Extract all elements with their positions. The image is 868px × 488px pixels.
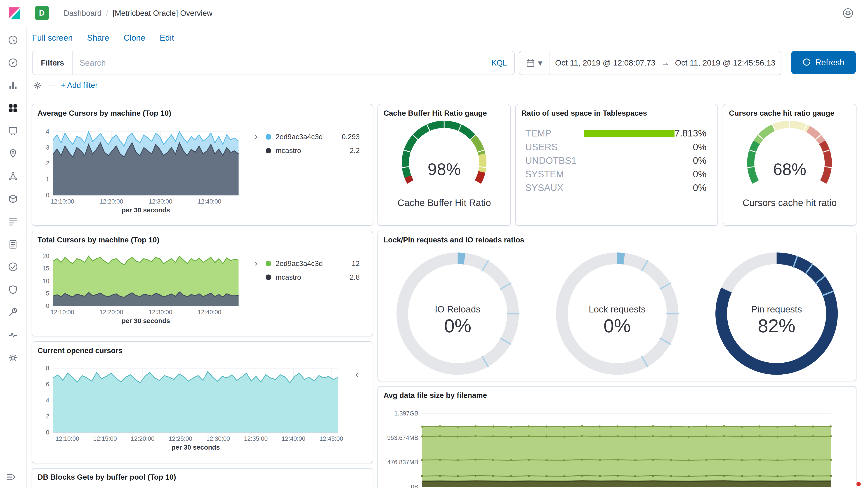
svg-text:12:35:00: 12:35:00 bbox=[244, 435, 268, 442]
panel-title[interactable]: Avg data file size by filename bbox=[378, 387, 856, 404]
gauge-label: Cache Buffer Hit Ratio bbox=[378, 197, 510, 208]
pin-requests-gauge[interactable]: Pin requests 82% bbox=[697, 246, 856, 382]
tablespace-name: UNDOTBS1 bbox=[525, 155, 586, 166]
svg-text:12:15:00: 12:15:00 bbox=[93, 435, 117, 442]
dev-tools-icon[interactable] bbox=[7, 307, 19, 318]
maps-icon[interactable] bbox=[7, 148, 19, 159]
panel-title[interactable]: Average Cursors by machine (Top 10) bbox=[32, 104, 373, 122]
tablespace-name: SYSTEM bbox=[525, 169, 586, 180]
recently-viewed-icon[interactable] bbox=[7, 35, 19, 45]
svg-text:8: 8 bbox=[46, 365, 49, 372]
logs-icon[interactable] bbox=[7, 216, 19, 227]
page-title: [Metricbeat Oracle] Overview bbox=[113, 9, 213, 18]
date-to[interactable]: Oct 11, 2019 @ 12:45:56.13 bbox=[669, 58, 781, 68]
svg-text:per 30 seconds: per 30 seconds bbox=[122, 317, 170, 324]
apm-icon[interactable] bbox=[7, 239, 19, 250]
edit-link[interactable]: Edit bbox=[160, 33, 174, 43]
tablespace-list: TEMP 7.813% USERS 0% UNDOTBS1 0% SYSTEM … bbox=[516, 127, 717, 195]
breadcrumb: Dashboard / [Metricbeat Oracle] Overview bbox=[64, 0, 213, 27]
series-name: 2ed9ac3a4c3d bbox=[276, 259, 347, 268]
svg-text:12:40:00: 12:40:00 bbox=[197, 309, 221, 316]
panel-title[interactable]: Total Cursors by machine (Top 10) bbox=[32, 231, 373, 249]
svg-text:12:40:00: 12:40:00 bbox=[281, 435, 305, 442]
legend-expand-icon[interactable]: ‹ bbox=[355, 369, 358, 379]
tablespace-value: 0% bbox=[693, 182, 706, 193]
gauge-value: 68% bbox=[723, 160, 856, 179]
svg-text:12:20:00: 12:20:00 bbox=[131, 435, 154, 442]
dashboard-icon[interactable] bbox=[7, 103, 19, 113]
infrastructure-icon[interactable] bbox=[7, 194, 19, 204]
space-badge[interactable]: D bbox=[35, 6, 49, 20]
chevron-down-icon: ▾ bbox=[538, 58, 542, 68]
kibana-logo-icon[interactable] bbox=[7, 6, 22, 21]
discover-icon[interactable] bbox=[7, 58, 19, 68]
stack-monitoring-icon[interactable] bbox=[7, 330, 19, 340]
io-reloads-gauge[interactable]: IO Reloads 0% bbox=[378, 246, 537, 382]
machine-learning-icon[interactable] bbox=[7, 171, 19, 182]
canvas-icon[interactable] bbox=[7, 126, 19, 136]
siem-icon[interactable] bbox=[7, 285, 19, 295]
query-bar: Filters KQL bbox=[32, 51, 515, 75]
total-cursors-chart[interactable]: 0510152012:10:0012:20:0012:30:0012:40:00… bbox=[32, 248, 248, 336]
svg-text:12:10:00: 12:10:00 bbox=[51, 198, 74, 205]
avg-file-size-chart[interactable]: 1.397GB953.674MB476.837MB0B bbox=[378, 407, 848, 488]
panel-cache-buffer-gauge: Cache Buffer Hit Ratio gauge 98% Cache B… bbox=[377, 104, 511, 226]
opened-cursors-chart[interactable]: 0246812:10:0012:15:0012:20:0012:25:0012:… bbox=[32, 361, 364, 457]
calendar-button[interactable]: ▾ bbox=[519, 51, 550, 74]
series-color-dot bbox=[266, 261, 271, 266]
series-value: 2.8 bbox=[350, 273, 360, 282]
svg-text:4: 4 bbox=[46, 397, 49, 404]
svg-text:12:40:00: 12:40:00 bbox=[197, 198, 221, 205]
legend-collapse-icon[interactable]: › bbox=[254, 258, 257, 268]
visualize-icon[interactable] bbox=[7, 80, 19, 91]
svg-text:953.674MB: 953.674MB bbox=[387, 434, 418, 441]
legend-item[interactable]: 2ed9ac3a4c3d 12 bbox=[266, 257, 363, 270]
panel-avg-file-size: Avg data file size by filename 1.397GB95… bbox=[377, 386, 856, 488]
svg-text:12:30:00: 12:30:00 bbox=[149, 198, 172, 205]
breadcrumb-dashboard-link[interactable]: Dashboard bbox=[64, 9, 102, 18]
tablespace-value: 0% bbox=[693, 142, 706, 153]
legend-collapse-icon[interactable]: › bbox=[254, 131, 257, 141]
full-screen-link[interactable]: Full screen bbox=[32, 33, 73, 43]
filter-options-gear-icon[interactable] bbox=[33, 81, 42, 90]
tablespace-value: 0% bbox=[693, 155, 706, 166]
lock-requests-gauge[interactable]: Lock requests 0% bbox=[537, 246, 697, 382]
kql-button[interactable]: KQL bbox=[484, 59, 514, 67]
management-icon[interactable] bbox=[7, 352, 19, 363]
series-color-dot bbox=[266, 134, 271, 139]
svg-text:0: 0 bbox=[46, 429, 49, 436]
settings-icon[interactable] bbox=[842, 8, 854, 19]
share-link[interactable]: Share bbox=[87, 33, 109, 43]
svg-text:12:20:00: 12:20:00 bbox=[99, 309, 123, 316]
search-input[interactable] bbox=[73, 58, 484, 68]
series-name: 2ed9ac3a4c3d bbox=[276, 133, 337, 141]
panel-title[interactable]: Ratio of used space in Tablespaces bbox=[516, 104, 717, 122]
svg-text:12:10:00: 12:10:00 bbox=[55, 435, 79, 442]
svg-text:6: 6 bbox=[46, 381, 49, 388]
ring-gauge-row: IO Reloads 0% Lock requests 0% Pin reque… bbox=[378, 246, 856, 382]
legend-item[interactable]: mcastro 2.8 bbox=[266, 270, 363, 284]
svg-text:0: 0 bbox=[46, 302, 49, 309]
svg-text:2: 2 bbox=[46, 160, 49, 167]
panel-title[interactable]: DB Blocks Gets by buffer pool (Top 10) bbox=[32, 468, 373, 486]
uptime-icon[interactable] bbox=[7, 262, 19, 272]
refresh-button[interactable]: Refresh bbox=[791, 51, 856, 74]
legend-item[interactable]: 2ed9ac3a4c3d 0.293 bbox=[266, 130, 363, 144]
panel-cursors-cache-gauge: Cursors cache hit ratio gauge 68% Cursor… bbox=[723, 104, 856, 226]
gauge-label: Lock requests bbox=[537, 304, 697, 315]
clone-link[interactable]: Clone bbox=[124, 33, 145, 43]
add-filter-link[interactable]: + Add filter bbox=[61, 81, 98, 90]
nav-expand-icon[interactable] bbox=[5, 471, 17, 483]
tablespace-value: 7.813% bbox=[675, 128, 706, 139]
legend-item[interactable]: mcastro 2.2 bbox=[266, 144, 363, 158]
svg-text:12:10:00: 12:10:00 bbox=[51, 309, 74, 316]
left-nav bbox=[0, 27, 27, 488]
average-cursors-chart[interactable]: 0123412:10:0012:20:0012:30:0012:40:00per… bbox=[32, 123, 248, 220]
filters-button[interactable]: Filters bbox=[33, 51, 73, 74]
tablespace-value: 0% bbox=[693, 169, 706, 180]
date-from[interactable]: Oct 11, 2019 @ 12:08:07.73 bbox=[550, 58, 661, 68]
panel-db-blocks: DB Blocks Gets by buffer pool (Top 10) bbox=[32, 468, 373, 488]
svg-text:12:30:00: 12:30:00 bbox=[149, 309, 172, 316]
panel-title[interactable]: Current opened cursors bbox=[32, 342, 373, 359]
gauge-value: 82% bbox=[697, 315, 856, 337]
